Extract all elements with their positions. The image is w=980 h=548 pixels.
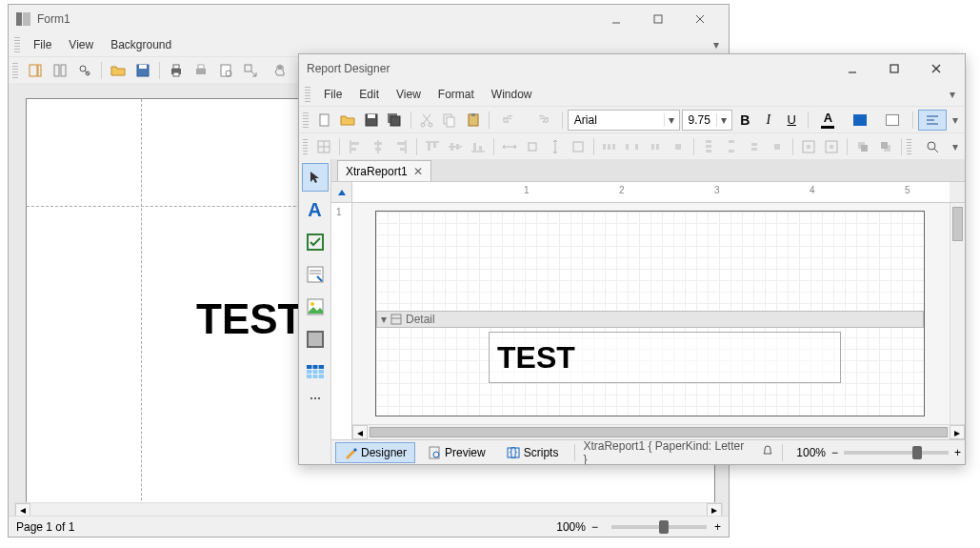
overflow-icon[interactable]: ▾ <box>710 38 723 51</box>
tab-designer[interactable]: Designer <box>335 442 415 463</box>
redo-button[interactable] <box>527 110 557 131</box>
grip-icon[interactable] <box>305 87 310 102</box>
align-tops-button[interactable] <box>422 136 443 157</box>
label-tool[interactable]: A <box>302 195 329 224</box>
tab-preview[interactable]: Preview <box>419 442 494 463</box>
zoom-in-button[interactable]: + <box>714 520 721 534</box>
checkbox-tool[interactable] <box>302 228 329 256</box>
align-lefts-button[interactable] <box>345 136 366 157</box>
scroll-left-icon[interactable]: ◂ <box>15 503 30 517</box>
zoom-tool-button[interactable] <box>917 136 947 157</box>
hspace-remove-button[interactable] <box>668 136 689 157</box>
highlight-button[interactable] <box>877 110 908 131</box>
menu-format[interactable]: Format <box>430 86 482 103</box>
paste-button[interactable] <box>463 110 485 131</box>
copy-button[interactable] <box>439 110 461 131</box>
size-to-grid-button[interactable] <box>522 136 543 157</box>
menu-file[interactable]: File <box>26 36 59 53</box>
italic-button[interactable]: I <box>757 110 779 131</box>
panel-tool[interactable] <box>302 325 329 354</box>
overflow-icon[interactable]: ▾ <box>946 88 959 101</box>
toolbox-more-icon[interactable]: ⋯ <box>302 392 329 405</box>
chevron-down-icon[interactable]: ▾ <box>664 113 679 127</box>
collapse-icon[interactable]: ▾ <box>381 313 387 326</box>
bring-front-button[interactable] <box>852 136 873 157</box>
horizontal-scrollbar[interactable]: ◂ ▸ <box>352 424 965 439</box>
grip-icon[interactable] <box>303 112 309 128</box>
underline-button[interactable]: U <box>781 110 803 131</box>
scroll-right-icon[interactable]: ▸ <box>707 503 722 517</box>
same-size-button[interactable] <box>568 136 589 157</box>
maximize-button[interactable] <box>873 55 915 82</box>
design-surface[interactable]: ▾ Detail TEST <box>352 203 950 424</box>
pointer-tool[interactable] <box>302 163 329 192</box>
picturebox-tool[interactable] <box>302 293 329 321</box>
menu-file[interactable]: File <box>316 86 350 103</box>
hspace-equal-button[interactable] <box>599 136 620 157</box>
close-button[interactable] <box>679 6 721 32</box>
font-name-combo[interactable]: Arial ▾ <box>568 110 680 131</box>
save-button[interactable] <box>361 110 383 131</box>
hspace-decrease-button[interactable] <box>645 136 666 157</box>
print-button[interactable] <box>165 60 188 81</box>
align-rights-button[interactable] <box>390 136 411 157</box>
open-button[interactable] <box>107 60 130 81</box>
align-left-button[interactable] <box>918 110 947 131</box>
quick-print-button[interactable] <box>190 60 212 81</box>
designer-titlebar[interactable]: Report Designer <box>299 54 965 83</box>
vertical-scrollbar[interactable] <box>950 203 965 424</box>
same-width-button[interactable] <box>499 136 520 157</box>
vspace-remove-button[interactable] <box>767 136 788 157</box>
thumbnails-button[interactable] <box>24 60 47 81</box>
bookmarks-button[interactable] <box>49 60 71 81</box>
center-horiz-button[interactable] <box>798 136 819 157</box>
undo-button[interactable] <box>494 110 525 131</box>
menu-edit[interactable]: Edit <box>351 86 387 103</box>
vspace-increase-button[interactable] <box>721 136 742 157</box>
overflow-icon[interactable]: ▾ <box>949 140 961 153</box>
form1-titlebar[interactable]: Form1 <box>9 5 729 33</box>
scale-button[interactable] <box>239 60 262 81</box>
menu-background[interactable]: Background <box>103 36 179 53</box>
font-size-combo[interactable]: 9.75 ▾ <box>682 110 732 131</box>
menu-window[interactable]: Window <box>484 86 540 103</box>
notifications-icon[interactable] <box>761 444 774 460</box>
grip-icon[interactable] <box>907 139 911 154</box>
scroll-left-icon[interactable]: ◂ <box>352 425 368 439</box>
forecolor-button[interactable]: A <box>812 110 843 131</box>
grip-icon[interactable] <box>12 63 18 78</box>
hand-tool-button[interactable] <box>264 60 296 81</box>
table-tool[interactable] <box>302 357 329 386</box>
save-button[interactable] <box>131 60 154 81</box>
document-tab[interactable]: XtraReport1 ✕ <box>337 160 431 181</box>
minimize-button[interactable] <box>595 6 637 32</box>
same-height-button[interactable] <box>545 136 566 157</box>
richtext-tool[interactable] <box>302 260 329 289</box>
overflow-icon[interactable]: ▾ <box>949 113 961 127</box>
search-button[interactable] <box>73 60 96 81</box>
close-button[interactable] <box>915 55 957 82</box>
scroll-right-icon[interactable]: ▸ <box>950 425 965 439</box>
report-label-control[interactable]: TEST <box>489 332 841 383</box>
zoom-slider[interactable] <box>611 525 707 529</box>
horizontal-ruler[interactable]: 1 2 3 4 5 <box>352 182 950 203</box>
minimize-button[interactable] <box>831 55 873 82</box>
align-middles-button[interactable] <box>445 136 466 157</box>
vspace-equal-button[interactable] <box>699 136 720 157</box>
vspace-decrease-button[interactable] <box>744 136 765 157</box>
menu-view[interactable]: View <box>61 36 101 53</box>
maximize-button[interactable] <box>637 6 679 32</box>
new-button[interactable] <box>314 110 336 131</box>
detail-band-header[interactable]: ▾ Detail <box>376 311 924 328</box>
backcolor-button[interactable] <box>845 110 875 131</box>
align-centers-button[interactable] <box>368 136 389 157</box>
cut-button[interactable] <box>416 110 438 131</box>
align-to-grid-button[interactable] <box>313 136 334 157</box>
bold-button[interactable]: B <box>734 110 756 131</box>
send-back-button[interactable] <box>875 136 896 157</box>
save-all-button[interactable] <box>384 110 406 131</box>
page-setup-button[interactable] <box>214 60 237 81</box>
tab-scripts[interactable]: {} Scripts <box>498 442 568 463</box>
center-vert-button[interactable] <box>821 136 842 157</box>
zoom-out-button[interactable]: − <box>591 520 598 534</box>
